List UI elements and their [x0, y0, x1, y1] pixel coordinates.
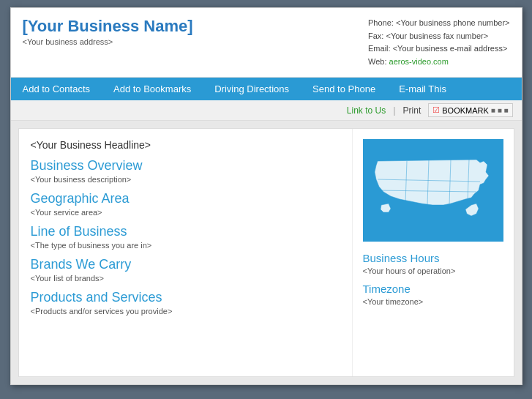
nav-driving-directions[interactable]: Driving Directions [203, 78, 301, 100]
bookmark-label: BOOKMARK [442, 106, 489, 115]
nav-add-contacts[interactable]: Add to Contacts [11, 78, 102, 100]
section-desc-2: <The type of business you are in> [31, 241, 340, 250]
web-info: Web: aeros-video.com [368, 56, 509, 69]
nav-email-this[interactable]: E-mail This [387, 78, 458, 100]
link-to-us-button[interactable]: Link to Us [347, 105, 386, 116]
web-link[interactable]: aeros-video.com [389, 57, 449, 66]
print-button[interactable]: Print [403, 105, 422, 116]
us-map [363, 139, 503, 242]
header-right: Phone: <Your business phone number> Fax:… [368, 17, 509, 68]
section-title-3: Brands We Carry [31, 257, 340, 272]
main-window: [Your Business Name] <Your business addr… [10, 7, 522, 385]
sidebar-title-0: Business Hours [363, 252, 503, 264]
business-name: [Your Business Name] [23, 17, 193, 36]
toolbar-separator: | [393, 105, 395, 116]
map-svg [363, 139, 503, 242]
bookmark-icon: ☑ [432, 105, 440, 115]
section-title-1: Geographic Area [31, 191, 340, 206]
fax-info: Fax: <Your business fax number> [368, 30, 509, 43]
sidebar-desc-0: <Your hours of operation> [363, 266, 503, 275]
phone-info: Phone: <Your business phone number> [368, 17, 509, 30]
business-address: <Your business address> [23, 37, 193, 46]
nav-send-to-phone[interactable]: Send to Phone [301, 78, 387, 100]
section-desc-0: <Your business description> [31, 175, 340, 184]
section-desc-1: <Your service area> [31, 208, 340, 217]
content-right: Business Hours <Your hours of operation>… [353, 129, 514, 376]
content-left: <Your Business Headline> Business Overvi… [19, 129, 353, 376]
navbar: Add to Contacts Add to Bookmarks Driving… [11, 78, 522, 100]
section-title-2: Line of Business [31, 224, 340, 239]
section-title-0: Business Overview [31, 158, 340, 174]
header-left: [Your Business Name] <Your business addr… [23, 17, 193, 46]
bookmark-share-icons: ■ ■ ■ [491, 106, 509, 114]
email-info: Email: <Your business e-mail address> [368, 42, 509, 56]
bookmark-button[interactable]: ☑ BOOKMARK ■ ■ ■ [428, 103, 512, 117]
section-desc-4: <Products and/or services you provide> [31, 307, 340, 316]
sidebar-desc-1: <Your timezone> [363, 297, 503, 306]
main-content: <Your Business Headline> Business Overvi… [18, 128, 514, 377]
header: [Your Business Name] <Your business addr… [11, 8, 522, 78]
section-title-4: Products and Services [31, 290, 340, 305]
sidebar-title-1: Timezone [363, 283, 503, 295]
section-desc-3: <Your list of brands> [31, 274, 340, 283]
toolbar: Link to Us | Print ☑ BOOKMARK ■ ■ ■ [11, 100, 522, 121]
business-headline: <Your Business Headline> [31, 139, 340, 151]
nav-add-bookmarks[interactable]: Add to Bookmarks [102, 78, 203, 100]
web-label: Web: [368, 57, 386, 66]
